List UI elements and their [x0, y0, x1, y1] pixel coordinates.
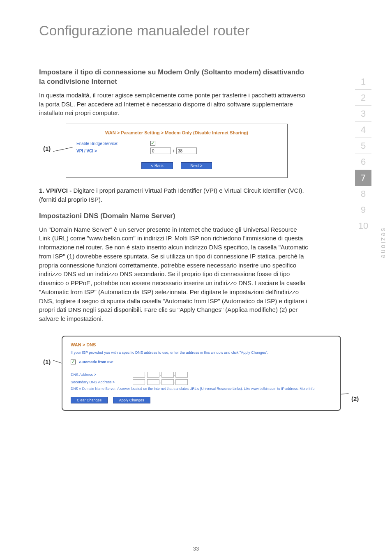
nav-4[interactable]: 4 [355, 122, 371, 138]
callout-2-left: (1) [43, 358, 51, 365]
sec-dns-ip-1[interactable] [133, 379, 145, 385]
ss2-breadcrumb: WAN > DNS [71, 342, 332, 347]
dns-ip-2[interactable] [147, 372, 159, 378]
vpi-vci-label: VPI / VCI > [76, 149, 150, 153]
next-button[interactable]: Next > [181, 162, 212, 169]
nav-3[interactable]: 3 [355, 106, 371, 122]
dns-address-label: DNS Address > [71, 373, 132, 377]
clear-changes-button[interactable]: Clear Changes [71, 397, 108, 403]
nav-10[interactable]: 10 [355, 218, 371, 234]
figure2-wrap: (1) (2) WAN > DNS If your ISP provided y… [39, 336, 308, 411]
callout-1: (1) [43, 145, 51, 152]
list-item-1-num: 1. [39, 187, 44, 194]
vci-input[interactable]: 38 [176, 147, 197, 154]
section2-body: Un "Domain Name Server" è un server pres… [39, 225, 308, 323]
list-item-1: 1. VPI/VCI - Digitare i propri parametri… [39, 186, 308, 204]
vpi-vci-slash: / [173, 148, 174, 153]
enable-bridge-label: Enable Bridge Service: [76, 141, 150, 146]
screenshot-modem-only: WAN > Parameter Setting > Modem Only (Di… [66, 124, 288, 178]
main-content: Impostare il tipo di connessione su Mode… [0, 43, 329, 411]
dns-ip-4[interactable] [175, 372, 188, 378]
section-vertical-label: sezione [380, 228, 387, 259]
section1-heading: Impostare il tipo di connessione su Mode… [39, 68, 308, 87]
auto-isp-checkbox[interactable] [71, 360, 76, 364]
dns-ip-3[interactable] [161, 372, 174, 378]
sec-dns-ip-4[interactable] [175, 379, 188, 385]
nav-8[interactable]: 8 [355, 186, 371, 202]
page-title: Configurazione manualedel router [0, 0, 371, 43]
vpi-input[interactable]: 0 [150, 147, 171, 154]
section1-body: In questa modalità, il router agisce sem… [39, 91, 308, 118]
section2-heading: Impostazioni DNS (Domain Name Server) [39, 212, 308, 221]
sec-dns-address-label: Secondary DNS Address > [71, 380, 132, 384]
nav-5[interactable]: 5 [355, 138, 371, 154]
dns-note: DNS = Domain Name Server. A server locat… [71, 387, 332, 391]
side-navigation: 1 2 3 4 5 6 7 8 9 10 [355, 74, 371, 234]
enable-bridge-checkbox[interactable] [150, 141, 155, 146]
nav-7[interactable]: 7 [355, 170, 371, 186]
nav-9[interactable]: 9 [355, 202, 371, 218]
apply-changes-button[interactable]: Apply Changes [113, 397, 150, 403]
auto-isp-label: Automatic from ISP [79, 360, 113, 364]
screenshot-dns: WAN > DNS If your ISP provided you with … [62, 336, 341, 411]
callout-2-right: (2) [351, 395, 359, 402]
nav-2[interactable]: 2 [355, 90, 371, 106]
back-button[interactable]: < Back [141, 162, 173, 169]
page-number: 33 [0, 546, 392, 552]
list-item-1-text: Digitare i propri parametri Virtual Path… [39, 187, 304, 203]
nav-6[interactable]: 6 [355, 154, 371, 170]
dns-ip-1[interactable] [133, 372, 145, 378]
ss2-desc: If your ISP provided you with a specific… [71, 350, 332, 355]
ss1-breadcrumb: WAN > Parameter Setting > Modem Only (Di… [76, 130, 277, 135]
list-item-1-title: VPI/VCI - [46, 187, 72, 194]
sec-dns-ip-3[interactable] [161, 379, 174, 385]
figure1-wrap: (1) WAN > Parameter Setting > Modem Only… [39, 124, 308, 178]
nav-1[interactable]: 1 [355, 74, 371, 90]
sec-dns-ip-2[interactable] [147, 379, 159, 385]
